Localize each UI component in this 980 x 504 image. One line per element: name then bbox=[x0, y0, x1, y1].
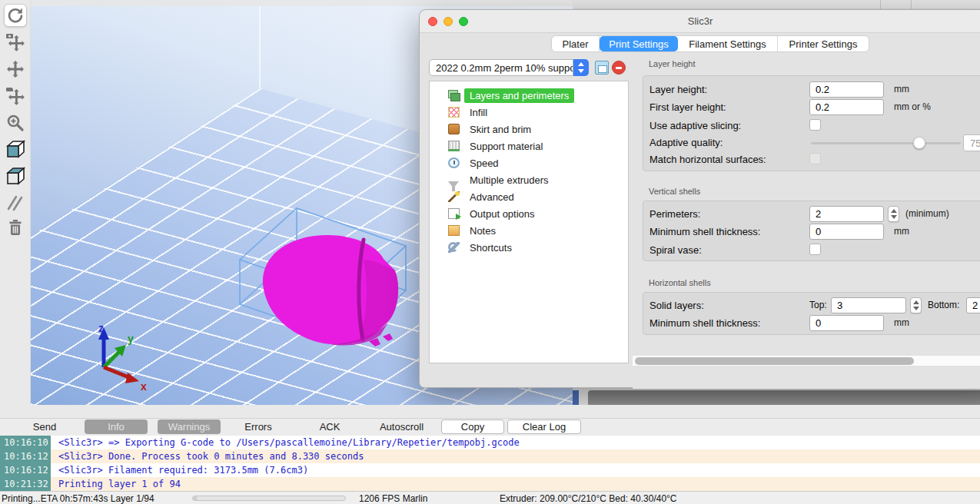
fps-firmware-text: 1206 FPS Marlin bbox=[359, 493, 427, 504]
speed-icon bbox=[448, 158, 460, 168]
move-camera-icon[interactable] bbox=[4, 31, 27, 54]
perspective-view-icon[interactable] bbox=[4, 137, 27, 160]
solid-layers-bottom-label: Bottom: bbox=[928, 300, 959, 310]
nav-item-notes[interactable]: Notes bbox=[430, 222, 628, 239]
adaptive-quality-label: Adaptive quality: bbox=[649, 137, 723, 148]
top-view-icon[interactable] bbox=[4, 164, 27, 187]
log-toggle-send[interactable]: Send bbox=[23, 421, 66, 433]
notes-icon bbox=[448, 225, 460, 236]
advanced-icon bbox=[448, 191, 460, 202]
move-viewpoint-icon[interactable] bbox=[4, 85, 27, 108]
chevron-down-icon bbox=[578, 69, 584, 73]
spiral-vase-checkbox[interactable] bbox=[809, 244, 821, 255]
min-shell-thickness-input2[interactable]: 0 bbox=[809, 315, 884, 331]
extruders-icon bbox=[448, 174, 460, 185]
solid-layers-bottom-input[interactable]: 2 bbox=[966, 297, 980, 313]
min-shell-thickness-label2: Minimum shell thickness: bbox=[649, 317, 761, 329]
tab-filament-settings[interactable]: Filament Settings bbox=[678, 36, 778, 51]
support-icon bbox=[448, 141, 460, 151]
delete-preset-icon[interactable] bbox=[612, 61, 626, 75]
nav-item-shortcuts[interactable]: Shortcuts bbox=[430, 239, 628, 256]
log-output[interactable]: 10:16:10<Slic3r> => Exporting G-code to … bbox=[0, 436, 980, 491]
axes-indicator: z y x bbox=[98, 322, 147, 393]
min-shell-thickness-input[interactable]: 0 bbox=[809, 224, 884, 240]
adaptive-slicing-label: Use adaptive slicing: bbox=[649, 120, 741, 131]
nav-item-speed[interactable]: Speed bbox=[430, 154, 628, 171]
preset-select[interactable]: 2022 0.2mm 2perm 10% support bbox=[429, 59, 573, 76]
solid-layers-top-input[interactable]: 3 bbox=[831, 297, 906, 313]
log-message: <Slic3r> Done. Process took 0 minutes an… bbox=[51, 451, 364, 462]
divider bbox=[911, 0, 912, 9]
group-title-horizontal-shells: Horizontal shells bbox=[649, 278, 711, 287]
layer-height-label: Layer height: bbox=[649, 84, 707, 95]
preset-select-stepper[interactable] bbox=[573, 59, 589, 76]
settings-nav-list: Layers and perimeters Infill Skirt and b… bbox=[429, 81, 629, 363]
divider bbox=[880, 0, 881, 9]
first-layer-height-input[interactable]: 0.2 bbox=[809, 99, 884, 115]
nav-item-output-options[interactable]: Output options bbox=[430, 205, 628, 222]
nav-item-support-material[interactable]: Support material bbox=[430, 138, 628, 154]
min-shell-thickness-unit2: mm bbox=[894, 317, 909, 328]
move-object-icon[interactable] bbox=[4, 58, 27, 81]
infill-icon bbox=[448, 107, 460, 118]
nav-item-infill[interactable]: Infill bbox=[430, 104, 628, 121]
group-title-layer-height: Layer height bbox=[649, 59, 696, 68]
tab-plater[interactable]: Plater bbox=[552, 36, 600, 51]
solid-layers-label: Solid layers: bbox=[649, 300, 704, 311]
log-row: 10:21:32Printing layer 1 of 94 bbox=[0, 477, 980, 491]
print-settings-panel: Layer height Layer height: 0.2 mm First … bbox=[633, 53, 980, 389]
zoom-icon[interactable] bbox=[4, 111, 27, 134]
save-preset-icon[interactable] bbox=[595, 61, 609, 75]
viewport-toolbar bbox=[0, 0, 31, 405]
log-toggle-info[interactable]: Info bbox=[85, 419, 148, 434]
nav-item-layers-perimeters[interactable]: Layers and perimeters bbox=[430, 87, 628, 104]
background-window-top-strip bbox=[573, 0, 980, 9]
copy-log-button[interactable]: Copy bbox=[441, 419, 504, 434]
nav-item-multiple-extruders[interactable]: Multiple extruders bbox=[430, 171, 628, 188]
log-toggle-ack[interactable]: ACK bbox=[307, 421, 352, 433]
solid-layers-top-label: Top: bbox=[809, 300, 827, 310]
log-toggle-errors[interactable]: Errors bbox=[235, 421, 281, 433]
adaptive-slicing-checkbox[interactable] bbox=[809, 119, 821, 131]
layer-height-unit: mm bbox=[894, 84, 909, 94]
log-toggle-warnings[interactable]: Warnings bbox=[158, 419, 221, 434]
log-toggle-autoscroll[interactable]: Autoscroll bbox=[373, 421, 430, 433]
match-horizontal-checkbox[interactable] bbox=[809, 153, 821, 164]
axis-y-label: y bbox=[128, 333, 134, 345]
first-layer-height-unit: mm or % bbox=[894, 101, 931, 112]
adaptive-quality-slider-thumb[interactable] bbox=[913, 137, 925, 149]
perimeters-stepper[interactable] bbox=[888, 206, 899, 222]
parallel-projection-icon[interactable] bbox=[4, 191, 27, 214]
tab-printer-settings[interactable]: Printer Settings bbox=[778, 36, 869, 51]
log-toolbar: Send Info Warnings Errors ACK Autoscroll… bbox=[0, 419, 980, 436]
log-timestamp: 10:16:12 bbox=[0, 463, 51, 477]
log-timestamp: 10:16:10 bbox=[0, 436, 51, 449]
adaptive-quality-value[interactable]: 75 bbox=[963, 134, 980, 151]
adaptive-quality-slider[interactable] bbox=[811, 142, 961, 144]
rotate-view-icon[interactable] bbox=[4, 4, 27, 27]
match-horizontal-label: Match horizontal surfaces: bbox=[649, 154, 766, 165]
settings-tabbar: Plater Print Settings Filament Settings … bbox=[551, 35, 869, 52]
log-row: 10:16:12<Slic3r> Filament required: 3173… bbox=[0, 463, 980, 477]
perimeters-label: Perimeters: bbox=[649, 208, 700, 220]
solid-layers-stepper[interactable] bbox=[910, 297, 922, 313]
log-message: <Slic3r> => Exporting G-code to /Users/p… bbox=[51, 437, 520, 448]
tab-print-settings[interactable]: Print Settings bbox=[600, 36, 678, 51]
horizontal-scrollbar-thumb[interactable] bbox=[635, 357, 914, 365]
nav-item-advanced[interactable]: Advanced bbox=[430, 188, 628, 205]
group-title-vertical-shells: Vertical shells bbox=[649, 187, 700, 196]
min-shell-thickness-unit: mm bbox=[894, 226, 909, 237]
model-object[interactable] bbox=[263, 235, 398, 346]
group-vertical-shells: Perimeters: 2 (minimum) Minimum shell th… bbox=[643, 201, 980, 261]
log-timestamp: 10:21:32 bbox=[0, 477, 51, 491]
log-message: <Slic3r> Filament required: 3173.5mm (7.… bbox=[51, 465, 308, 476]
slic3r-titlebar[interactable]: Slic3r bbox=[420, 10, 980, 33]
clear-log-button[interactable]: Clear Log bbox=[507, 419, 581, 434]
delete-object-icon[interactable] bbox=[4, 216, 27, 239]
shortcuts-icon bbox=[448, 242, 460, 253]
nav-item-skirt-brim[interactable]: Skirt and brim bbox=[430, 121, 628, 138]
layer-height-input[interactable]: 0.2 bbox=[809, 81, 884, 98]
horizontal-scrollbar[interactable] bbox=[633, 355, 980, 366]
perimeters-input[interactable]: 2 bbox=[809, 206, 884, 222]
chevron-up-icon bbox=[578, 62, 584, 66]
